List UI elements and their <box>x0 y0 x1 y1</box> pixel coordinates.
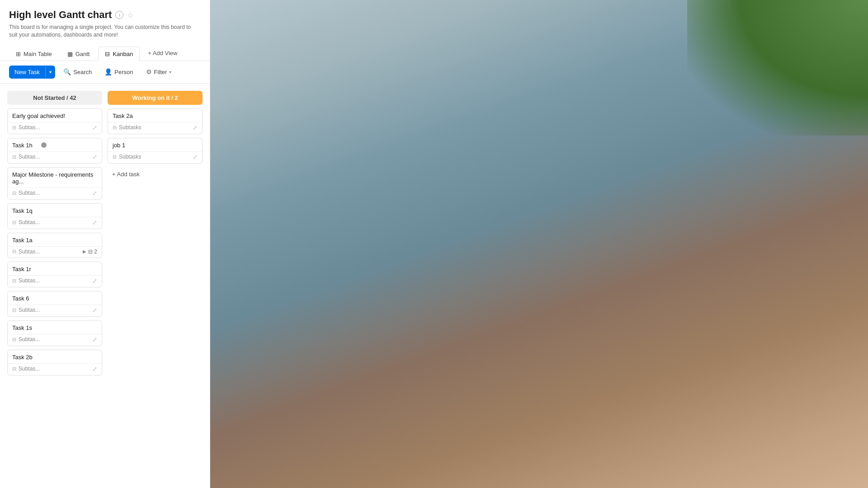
add-view-button[interactable]: + Add View <box>143 47 182 59</box>
subtask-text: Subtas... <box>19 219 40 225</box>
subtask-label: ⊟ Subtas... <box>12 190 40 196</box>
task-card-row: ⊟ Subtas... ⤢ <box>8 363 102 375</box>
subtask-label: ⊟ Subtas... <box>12 219 40 225</box>
task-card-row: ⊟ Subtas... ⤢ <box>8 188 102 199</box>
column-not-started: Not Started / 42 Early goal achieved! ⊟ … <box>7 91 102 377</box>
view-tabs: ⊞ Main Table ▦ Gantt ⊟ Kanban + Add View <box>0 46 210 61</box>
subtask-label: ⊟ Subtas... <box>12 336 40 343</box>
person-button[interactable]: 👤 Person <box>100 66 137 78</box>
task-title: Task 1r <box>8 262 102 275</box>
expand-icon[interactable]: ⤢ <box>92 277 97 284</box>
search-button[interactable]: 🔍 Search <box>59 66 96 78</box>
card-actions: ⤢ <box>92 124 97 131</box>
column-working-on-it: Working on it / 2 Task 2a ⊟ Subtasks ⤢ j… <box>108 91 203 181</box>
table-icon: ⊞ <box>16 51 21 57</box>
task-card-row: ⊟ Subtas... ⤢ <box>8 151 102 163</box>
new-task-button[interactable]: New Task ▾ <box>9 66 55 79</box>
card-actions: ⤢ <box>92 366 97 372</box>
tab-kanban-label: Kanban <box>113 51 133 57</box>
task-card-row: ⊟ Subtas... ⤢ <box>8 334 102 346</box>
task-card-row: ⊟ Subtas... ▶ ⊟ 2 <box>8 246 102 258</box>
subtask-text: Subtas... <box>19 336 40 343</box>
task-card-1s: Task 1s ⊟ Subtas... ⤢ <box>7 320 102 346</box>
subtask-text: Subtas... <box>19 190 40 196</box>
task-card-job1: job 1 ⊟ Subtasks ⤢ <box>108 138 203 164</box>
gantt-icon: ▦ <box>67 51 73 57</box>
info-icon[interactable]: i <box>115 11 123 19</box>
subtask-label: ⊟ Subtas... <box>12 366 40 372</box>
count-badge: ⊟ 2 <box>88 249 97 255</box>
subtask-icon: ⊟ <box>12 190 16 196</box>
task-card-row: ⊟ Subtasks ⤢ <box>108 151 202 163</box>
person-label: Person <box>114 69 133 75</box>
subtask-icon: ⊟ <box>12 278 16 284</box>
add-task-label: + Add task <box>112 171 140 178</box>
person-icon: 👤 <box>104 68 112 75</box>
card-actions: ⤢ <box>193 124 198 131</box>
task-card-1q: Task 1q ⊟ Subtas... ⤢ <box>7 203 102 229</box>
subtask-text: Subtasks <box>119 124 141 131</box>
count-arrow-icon: ▶ <box>83 249 86 254</box>
tab-main-table[interactable]: ⊞ Main Table <box>9 47 59 61</box>
task-title: job 1 <box>108 138 202 151</box>
tab-kanban[interactable]: ⊟ Kanban <box>98 47 140 61</box>
expand-icon[interactable]: ⤢ <box>92 336 97 343</box>
new-task-chevron-icon[interactable]: ▾ <box>45 66 55 78</box>
subtask-icon: ⊟ <box>12 125 16 131</box>
task-title: Task 6 <box>8 291 102 305</box>
task-card-early-goal: Early goal achieved! ⊟ Subtas... ⤢ <box>7 108 102 134</box>
subtask-text: Subtas... <box>19 124 40 131</box>
task-title: Task 1h <box>8 138 102 151</box>
star-icon[interactable]: ☆ <box>127 11 133 19</box>
task-card-1r: Task 1r ⊟ Subtas... ⤢ <box>7 262 102 287</box>
card-actions: ⤢ <box>193 154 198 160</box>
right-panel <box>210 0 868 488</box>
task-card-6: Task 6 ⊟ Subtas... ⤢ <box>7 291 102 317</box>
expand-icon[interactable]: ⤢ <box>193 154 198 160</box>
task-title: Early goal achieved! <box>8 109 102 122</box>
filter-button[interactable]: ⚙ Filter ▾ <box>142 66 176 78</box>
subtask-text: Subtas... <box>19 277 40 284</box>
title-row: High level Gantt chart i ☆ <box>9 9 201 21</box>
subtask-label: ⊟ Subtas... <box>12 249 40 255</box>
expand-icon[interactable]: ⤢ <box>92 154 97 160</box>
filter-icon: ⚙ <box>146 68 152 75</box>
task-card-1h: Task 1h ⊟ Subtas... ⤢ <box>7 138 102 164</box>
subtask-icon: ⊟ <box>12 220 16 225</box>
expand-icon[interactable]: ⤢ <box>92 124 97 131</box>
expand-icon[interactable]: ⤢ <box>92 190 97 197</box>
task-card-1a: Task 1a ⊟ Subtas... ▶ ⊟ 2 <box>7 233 102 258</box>
card-actions: ⤢ <box>92 190 97 197</box>
subtask-label: ⊟ Subtas... <box>12 277 40 284</box>
expand-icon[interactable]: ⤢ <box>92 307 97 314</box>
subtitle: This board is for managing a single proj… <box>9 23 201 39</box>
task-title: Task 1a <box>8 233 102 246</box>
kanban-area: Not Started / 42 Early goal achieved! ⊟ … <box>0 84 210 488</box>
column-working-on-it-header: Working on it / 2 <box>108 91 203 105</box>
page-title: High level Gantt chart <box>9 9 112 21</box>
expand-icon[interactable]: ⤢ <box>193 124 198 131</box>
expand-icon[interactable]: ⤢ <box>92 366 97 372</box>
filter-label: Filter <box>154 69 167 75</box>
count-icon: ⊟ <box>88 249 93 255</box>
subtask-text: Subtas... <box>19 154 40 160</box>
task-card-row: ⊟ Subtasks ⤢ <box>108 122 202 134</box>
subtask-icon: ⊟ <box>113 154 117 160</box>
task-card-major-milestone: Major Milestone - requirements ag... ⊟ S… <box>7 167 102 200</box>
subtask-icon: ⊟ <box>12 249 16 254</box>
card-actions: ⤢ <box>92 277 97 284</box>
expand-icon[interactable]: ⤢ <box>92 219 97 226</box>
subtask-label: ⊟ Subtas... <box>12 154 40 160</box>
task-card-2b: Task 2b ⊟ Subtas... ⤢ <box>7 350 102 375</box>
toolbar: New Task ▾ 🔍 Search 👤 Person ⚙ Filter ▾ <box>0 61 210 84</box>
card-actions: ⤢ <box>92 154 97 160</box>
search-label: Search <box>73 69 92 75</box>
tab-gantt[interactable]: ▦ Gantt <box>61 47 97 61</box>
card-actions: ⤢ <box>92 219 97 226</box>
add-task-button[interactable]: + Add task <box>108 167 203 181</box>
task-title: Task 2b <box>8 350 102 363</box>
task-card-2a: Task 2a ⊟ Subtasks ⤢ <box>108 108 203 134</box>
subtask-text: Subtas... <box>19 366 40 372</box>
subtask-label: ⊟ Subtas... <box>12 124 40 131</box>
filter-chevron-icon: ▾ <box>169 70 171 75</box>
